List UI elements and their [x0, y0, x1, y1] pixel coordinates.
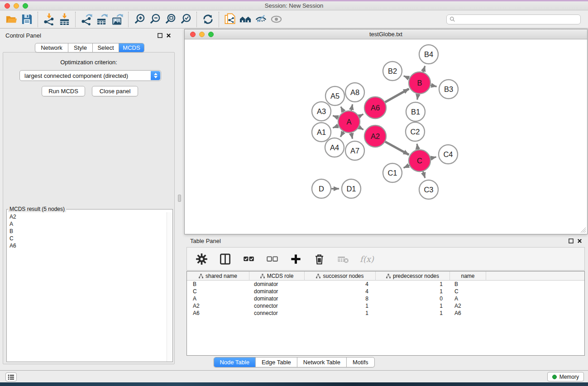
- zoom-selected-button[interactable]: [178, 12, 193, 27]
- network-graph[interactable]: AA1A2A3A4A5A6A7A8BB1B2B3B4CC1C2C3C4DD1: [185, 39, 587, 234]
- graph-edge-C-C2[interactable]: [417, 144, 418, 150]
- save-session-button[interactable]: [19, 12, 34, 27]
- float-panel-icon[interactable]: [569, 238, 574, 243]
- mcds-result-item[interactable]: A: [10, 220, 172, 228]
- zoom-out-button[interactable]: [147, 12, 163, 27]
- graph-node-C1[interactable]: C1: [383, 163, 402, 182]
- search-field[interactable]: [446, 14, 581, 24]
- import-network-button[interactable]: [41, 12, 57, 27]
- show-panels-button[interactable]: [5, 372, 17, 381]
- graph-node-A1[interactable]: A1: [312, 123, 331, 142]
- tab-edge-table[interactable]: Edge Table: [255, 357, 297, 367]
- graph-node-B1[interactable]: B1: [406, 102, 425, 121]
- graph-node-A7[interactable]: A7: [345, 141, 364, 160]
- graph-node-D1[interactable]: D1: [342, 179, 361, 198]
- panel-divider-grip[interactable]: [178, 195, 181, 202]
- graph-edge-A-A5[interactable]: [341, 107, 344, 112]
- close-panel-icon[interactable]: [577, 238, 582, 243]
- graph-edge-A2-C[interactable]: [385, 142, 409, 155]
- network-window-titlebar[interactable]: testGlobe.txt: [185, 29, 587, 39]
- tab-mcds[interactable]: MCDS: [119, 43, 144, 52]
- graph-node-C2[interactable]: C2: [406, 122, 425, 141]
- zoom-fit-button[interactable]: [163, 12, 178, 27]
- network-close-button[interactable]: [190, 32, 196, 37]
- graph-node-B[interactable]: B: [409, 72, 430, 94]
- minimize-window-button[interactable]: [14, 3, 19, 9]
- graph-edge-A-A4[interactable]: [340, 132, 344, 137]
- apply-function-button[interactable]: f(x): [360, 254, 374, 264]
- show-hide-graphics-button[interactable]: [253, 12, 268, 27]
- graph-edge-C-C3[interactable]: [423, 172, 425, 178]
- add-column-button[interactable]: [289, 252, 302, 266]
- run-mcds-button[interactable]: Run MCDS: [42, 86, 85, 96]
- import-table-button[interactable]: [57, 12, 72, 27]
- export-table-button[interactable]: [94, 12, 110, 27]
- criterion-dropdown[interactable]: largest connected component (directed): [19, 70, 161, 81]
- zoom-in-button[interactable]: [132, 12, 147, 27]
- memory-button[interactable]: Memory: [547, 372, 584, 381]
- new-network-from-selection-button[interactable]: [222, 12, 238, 27]
- mcds-result-item[interactable]: A2: [10, 213, 172, 220]
- column-header-name[interactable]: name: [450, 272, 486, 281]
- network-zoom-button[interactable]: [208, 32, 214, 37]
- graph-node-B4[interactable]: B4: [419, 45, 438, 64]
- delete-column-button[interactable]: [313, 252, 325, 266]
- graph-edge-B-B4[interactable]: [423, 66, 425, 72]
- graph-edge-C-C1[interactable]: [404, 165, 410, 168]
- graph-node-A5[interactable]: A5: [325, 86, 344, 105]
- graph-node-A[interactable]: A: [338, 111, 360, 133]
- graph-edge-A-A7[interactable]: [351, 133, 353, 138]
- graph-node-A3[interactable]: A3: [312, 102, 331, 121]
- close-window-button[interactable]: [5, 3, 10, 9]
- table-row[interactable]: A6connector11A6: [187, 310, 584, 317]
- graph-node-A4[interactable]: A4: [325, 138, 344, 157]
- tab-style[interactable]: Style: [68, 43, 92, 52]
- graph-node-A6[interactable]: A6: [364, 97, 386, 119]
- mcds-result-item[interactable]: A6: [10, 242, 172, 249]
- table-row[interactable]: Adominator80A: [187, 295, 584, 302]
- zoom-window-button[interactable]: [23, 3, 28, 9]
- column-header-MCDS-role[interactable]: MCDS role: [249, 272, 305, 281]
- graph-edge-A-A6[interactable]: [359, 114, 363, 116]
- network-minimize-button[interactable]: [199, 32, 205, 37]
- graph-edge-A-A2[interactable]: [359, 127, 363, 129]
- split-view-button[interactable]: [219, 252, 231, 266]
- refresh-layout-button[interactable]: [200, 12, 215, 27]
- export-network-button[interactable]: [79, 12, 94, 27]
- graph-node-B3[interactable]: B3: [439, 80, 458, 99]
- export-image-button[interactable]: [110, 12, 125, 27]
- tab-select[interactable]: Select: [92, 43, 119, 52]
- graph-edge-A-A1[interactable]: [333, 126, 338, 128]
- float-panel-icon[interactable]: [158, 33, 163, 38]
- graph-edge-A-A3[interactable]: [333, 116, 338, 118]
- network-canvas[interactable]: AA1A2A3A4A5A6A7A8BB1B2B3B4CC1C2C3C4DD1: [185, 39, 587, 234]
- graph-node-A8[interactable]: A8: [345, 83, 364, 102]
- graph-node-D[interactable]: D: [312, 179, 331, 198]
- table-header-row[interactable]: shared nameMCDS rolesuccessor nodesprede…: [187, 272, 584, 281]
- search-input[interactable]: [455, 16, 578, 23]
- graph-node-C4[interactable]: C4: [439, 145, 458, 164]
- graph-edge-B-B1[interactable]: [417, 94, 418, 100]
- open-session-button[interactable]: [4, 12, 19, 27]
- first-neighbors-button[interactable]: [238, 12, 253, 27]
- column-header-shared-name[interactable]: shared name: [187, 272, 249, 281]
- graph-edge-B-B2[interactable]: [404, 76, 409, 78]
- close-panel-button[interactable]: Close panel: [92, 86, 138, 96]
- select-all-checks-button[interactable]: [242, 252, 255, 266]
- delete-table-button[interactable]: [336, 252, 349, 266]
- mcds-result-item[interactable]: B: [10, 228, 172, 235]
- tab-network-table[interactable]: Network Table: [297, 357, 346, 367]
- close-panel-icon[interactable]: [166, 33, 171, 38]
- column-header-successor-nodes[interactable]: successor nodes: [305, 272, 376, 281]
- graph-edge-A6-B[interactable]: [385, 89, 409, 102]
- table-row[interactable]: A2connector11A2: [187, 302, 584, 310]
- column-header-predecessor-nodes[interactable]: predecessor nodes: [376, 272, 450, 281]
- result-scrollbar[interactable]: [167, 212, 172, 362]
- tab-motifs[interactable]: Motifs: [346, 357, 374, 367]
- mcds-result-item[interactable]: C: [10, 235, 172, 242]
- deselect-checks-button[interactable]: [266, 252, 278, 266]
- graph-node-B2[interactable]: B2: [383, 62, 402, 81]
- graph-node-C3[interactable]: C3: [419, 180, 438, 199]
- graph-edge-C-C4[interactable]: [430, 157, 436, 158]
- graph-node-A2[interactable]: A2: [364, 125, 386, 147]
